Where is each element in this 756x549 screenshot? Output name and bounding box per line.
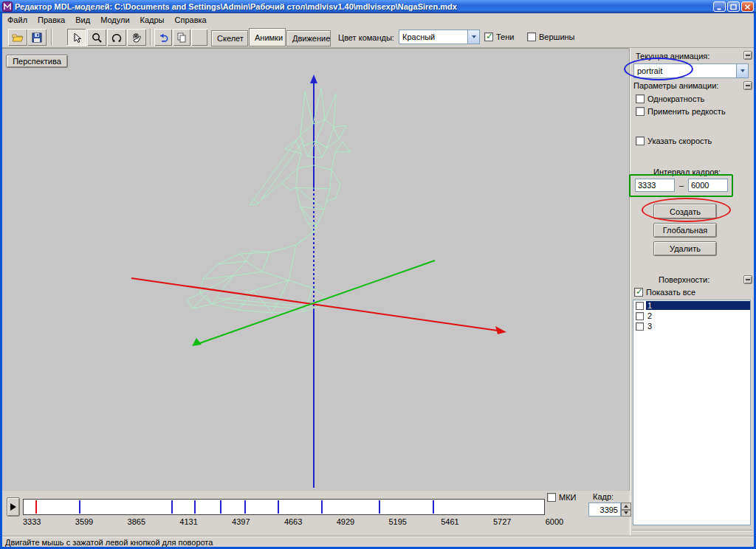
- surfaces-listbox[interactable]: 1 2 3: [633, 300, 751, 525]
- frame-label: Кадр:: [593, 492, 614, 501]
- viewport-3d[interactable]: Перспектива: [2, 48, 630, 491]
- menu-help[interactable]: Справка: [170, 15, 212, 25]
- apply-rarity-checkbox[interactable]: Применить редкость: [636, 107, 726, 116]
- magnifier-icon: [91, 32, 103, 44]
- undo-button[interactable]: [154, 29, 172, 46]
- right-panel: Текущая анимация: portrait Параметры ани…: [630, 48, 754, 536]
- checkbox-box: [634, 288, 643, 297]
- title-bar[interactable]: Редактор MDL-моделей: C:\Documents and S…: [0, 0, 756, 13]
- timeline-label: 3865: [128, 517, 145, 526]
- checkbox-label: Применить редкость: [647, 107, 726, 116]
- current-animation-label: Текущая анимация:: [636, 52, 709, 61]
- chevron-down-icon[interactable]: [736, 64, 748, 77]
- keyframe-tick: [79, 500, 80, 514]
- current-frame-marker[interactable]: [35, 500, 37, 514]
- rotate-icon: [111, 32, 123, 44]
- vertices-checkbox[interactable]: Вершины: [527, 32, 575, 41]
- create-label: Создать: [670, 207, 701, 216]
- animation-combobox[interactable]: portrait: [633, 63, 749, 78]
- spin-down-button[interactable]: [621, 510, 631, 517]
- surface-row-3[interactable]: 3: [633, 321, 750, 331]
- timeline-label: 5727: [493, 517, 511, 526]
- toolbar: Скелет Анимки Движение Цвет команды: Кра…: [2, 26, 754, 48]
- mki-checkbox[interactable]: МКИ: [547, 493, 576, 502]
- animation-params-label: Параметры анимации:: [633, 81, 718, 90]
- global-label: Глобальная: [663, 226, 707, 235]
- checkbox-label: Показать все: [646, 288, 695, 297]
- menu-view[interactable]: Вид: [70, 15, 95, 25]
- interval-from-input[interactable]: [635, 179, 675, 192]
- pan-tool-button[interactable]: [127, 29, 146, 46]
- tab-label: Движение: [292, 34, 330, 43]
- delete-button[interactable]: Удалить: [653, 241, 717, 256]
- status-bar: Двигайте мышь с зажатой левой кнопкой дл…: [2, 536, 754, 547]
- play-button[interactable]: [7, 497, 20, 517]
- close-button[interactable]: [741, 1, 754, 12]
- menu-frames[interactable]: Кадры: [135, 15, 170, 25]
- global-button[interactable]: Глобальная: [653, 223, 717, 238]
- tab-movement[interactable]: Движение: [286, 30, 331, 46]
- undo-icon: [157, 32, 169, 44]
- timeline-label: 4929: [337, 517, 354, 526]
- checkbox-box: [636, 94, 645, 103]
- frame-spinner: [621, 503, 631, 517]
- timeline-label: 5195: [388, 517, 406, 526]
- timeline-label: 3599: [75, 517, 93, 526]
- checkbox-box[interactable]: [636, 322, 644, 331]
- tab-animations[interactable]: Анимки: [249, 28, 286, 46]
- tab-label: Скелет: [217, 34, 244, 43]
- delete-label: Удалить: [670, 244, 701, 253]
- interval-dash: –: [679, 181, 684, 190]
- spin-up-button[interactable]: [621, 503, 631, 510]
- once-checkbox[interactable]: Однократность: [636, 94, 704, 103]
- save-button[interactable]: [27, 29, 47, 46]
- shadows-checkbox[interactable]: Тени: [484, 32, 514, 41]
- copy-frame-button[interactable]: [173, 29, 190, 46]
- frame-input[interactable]: [588, 503, 621, 517]
- create-button[interactable]: Создать: [653, 204, 717, 219]
- keyframe-tick: [379, 500, 380, 514]
- timeline-track[interactable]: [23, 499, 545, 515]
- copy-icon: [176, 32, 188, 44]
- interval-to-input[interactable]: [688, 179, 728, 192]
- select-tool-button[interactable]: [67, 29, 86, 46]
- checkbox-label: Указать скорость: [647, 137, 712, 145]
- surface-label: 3: [646, 322, 653, 331]
- blank-toolbar-button[interactable]: [191, 29, 207, 46]
- checkbox-box: [636, 107, 645, 116]
- surface-row-1[interactable]: 1: [633, 300, 750, 311]
- open-button[interactable]: [8, 29, 27, 46]
- team-color-value: Красный: [399, 32, 467, 41]
- checkbox-box[interactable]: [636, 302, 644, 310]
- set-speed-checkbox[interactable]: Указать скорость: [636, 137, 712, 145]
- timeline-bar: 3333359938654131439746634929519554615727…: [2, 491, 630, 536]
- status-text: Двигайте мышь с зажатой левой кнопкой дл…: [5, 538, 213, 547]
- maximize-button[interactable]: [727, 1, 740, 12]
- menu-modules[interactable]: Модули: [95, 15, 134, 25]
- section-mini-button[interactable]: [743, 81, 752, 90]
- menu-edit[interactable]: Правка: [32, 15, 70, 25]
- checkbox-box[interactable]: [636, 312, 644, 320]
- perspective-button[interactable]: Перспектива: [6, 55, 68, 68]
- app-window: Редактор MDL-моделей: C:\Documents and S…: [0, 0, 756, 549]
- checkbox-label: Вершины: [539, 32, 575, 41]
- team-color-combobox[interactable]: Красный: [399, 30, 480, 44]
- window-title: Редактор MDL-моделей: C:\Documents and S…: [15, 2, 711, 11]
- minimize-button[interactable]: [713, 1, 726, 12]
- keyframe-tick: [433, 500, 434, 514]
- app-icon: [2, 1, 13, 12]
- show-all-checkbox[interactable]: Показать все: [634, 288, 695, 297]
- checkbox-label: Однократность: [647, 94, 704, 103]
- toolbar-separator: [51, 29, 52, 46]
- surface-row-2[interactable]: 2: [633, 311, 750, 321]
- chevron-down-icon[interactable]: [467, 30, 479, 44]
- zoom-tool-button[interactable]: [87, 29, 106, 46]
- timeline-labels: 3333359938654131439746634929519554615727…: [23, 517, 554, 528]
- section-mini-button[interactable]: [743, 275, 752, 284]
- tab-skeleton[interactable]: Скелет: [211, 30, 248, 46]
- section-mini-button[interactable]: [743, 51, 752, 60]
- rotate-tool-button[interactable]: [107, 29, 126, 46]
- animation-value: portrait: [634, 66, 736, 75]
- team-color-label: Цвет команды:: [338, 33, 394, 42]
- menu-file[interactable]: Файл: [2, 15, 32, 25]
